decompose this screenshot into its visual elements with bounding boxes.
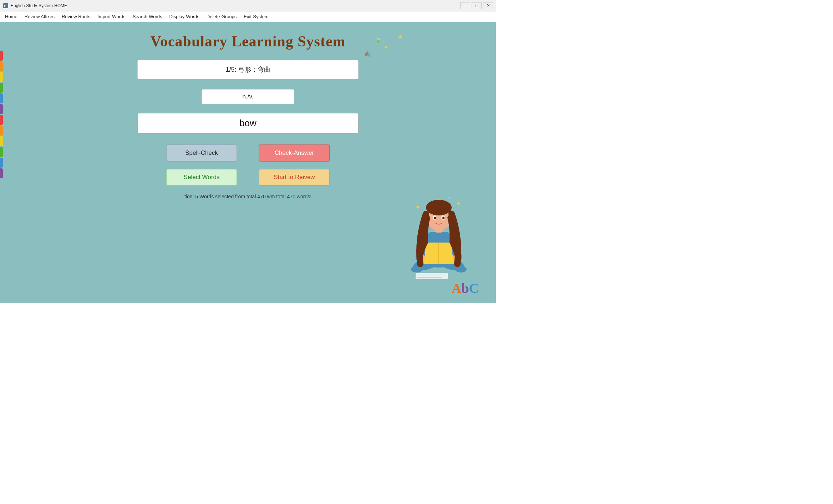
secondary-buttons-row: Select Words Start to Reivew — [148, 169, 348, 186]
title-bar-left: E English-Study-System-HOME — [3, 3, 67, 9]
menu-item-display-words[interactable]: Display-Words — [166, 12, 203, 21]
left-dot-4 — [0, 93, 3, 103]
illustration: ★ ★ ✦ — [396, 168, 482, 282]
svg-rect-8 — [417, 243, 460, 264]
minimize-button[interactable]: ─ — [460, 2, 470, 9]
start-review-button[interactable]: Start to Reivew — [259, 169, 330, 186]
deco-star-2: ★ — [397, 33, 403, 41]
abc-decoration: AbC — [452, 280, 479, 296]
abc-a: A — [452, 281, 461, 296]
left-dot-5 — [0, 104, 3, 114]
primary-buttons-row: Spell-Check Check-Answer — [148, 144, 348, 162]
svg-point-2 — [416, 246, 462, 268]
left-dot-2 — [0, 72, 3, 82]
definition-box: 1/5: 弓形；弯曲 — [137, 60, 359, 79]
abc-b: b — [461, 281, 469, 296]
select-words-button[interactable]: Select Words — [166, 169, 237, 186]
menu-item-review-affixes[interactable]: Review Affixes — [21, 12, 58, 21]
svg-point-19 — [434, 217, 436, 219]
main-content: ✦ ★ 🍃 🍂 Vocabulary Learning System 1/5: … — [0, 22, 496, 303]
svg-rect-14 — [435, 224, 443, 233]
title-bar-text: English-Study-System-HOME — [11, 3, 67, 8]
page-title: Vocabulary Learning System — [150, 33, 345, 50]
abc-c: C — [469, 281, 479, 296]
svg-rect-24 — [416, 273, 448, 279]
menu-item-search-words[interactable]: Search-Words — [129, 12, 166, 21]
svg-point-17 — [433, 215, 436, 220]
menu-item-review-roots[interactable]: Review Roots — [58, 12, 94, 21]
svg-point-20 — [442, 217, 445, 219]
left-dot-8 — [0, 136, 3, 146]
svg-rect-11 — [452, 239, 460, 257]
svg-rect-10 — [417, 239, 425, 257]
answer-input[interactable] — [137, 113, 359, 134]
maximize-button[interactable]: □ — [472, 2, 482, 9]
left-dot-9 — [0, 147, 3, 157]
check-answer-button[interactable]: Check-Answer — [259, 144, 330, 162]
left-dot-10 — [0, 158, 3, 168]
svg-rect-7 — [427, 232, 450, 257]
svg-text:E: E — [4, 4, 6, 8]
close-button[interactable]: ✕ — [483, 2, 493, 9]
deco-star-1: ✦ — [384, 44, 389, 51]
menu-item-import-words[interactable]: Import-Words — [94, 12, 129, 21]
svg-text:✦: ✦ — [448, 196, 451, 200]
svg-point-6 — [455, 266, 467, 273]
spell-check-button[interactable]: Spell-Check — [166, 144, 237, 162]
svg-point-15 — [426, 203, 452, 230]
deco-feather-1: 🍂 — [364, 51, 371, 57]
svg-point-5 — [411, 266, 422, 273]
svg-rect-26 — [417, 277, 442, 278]
left-dot-0 — [0, 51, 3, 61]
svg-text:★: ★ — [416, 204, 420, 210]
menu-item-exit-system[interactable]: Exit-System — [240, 12, 272, 21]
left-dot-3 — [0, 83, 3, 93]
title-bar: E English-Study-System-HOME ─ □ ✕ — [0, 0, 496, 11]
part-of-speech-box: n./v. — [202, 89, 294, 104]
svg-point-12 — [418, 255, 425, 260]
svg-point-3 — [412, 255, 441, 273]
app-icon: E — [3, 3, 9, 9]
menu-item-home[interactable]: Home — [1, 12, 21, 21]
title-bar-controls: ─ □ ✕ — [460, 2, 493, 9]
svg-point-4 — [437, 255, 466, 273]
svg-point-18 — [441, 215, 445, 220]
svg-point-16 — [426, 200, 452, 215]
menu-bar: HomeReview AffixesReview RootsImport-Wor… — [0, 11, 496, 22]
svg-rect-25 — [417, 275, 446, 275]
status-text: tion: 5 Words selected from total 470 wm… — [184, 194, 311, 199]
left-dot-1 — [0, 61, 3, 71]
left-dot-6 — [0, 115, 3, 125]
svg-point-13 — [453, 255, 460, 260]
left-dot-7 — [0, 126, 3, 136]
deco-leaf-1: 🍃 — [375, 36, 382, 43]
left-dot-11 — [0, 168, 3, 178]
svg-text:★: ★ — [457, 201, 461, 206]
menu-item-delete-groups[interactable]: Delete-Groups — [203, 12, 240, 21]
left-dots — [0, 51, 3, 178]
